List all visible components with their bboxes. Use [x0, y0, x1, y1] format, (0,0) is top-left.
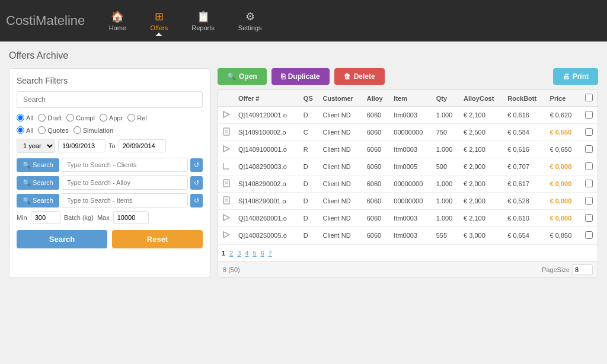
search-clients-input[interactable] [62, 158, 188, 172]
duplicate-button[interactable]: ⎘ Duplicate [271, 68, 330, 85]
nav-item-home[interactable]: 🏠 Home [97, 5, 138, 36]
search-items-input[interactable] [62, 193, 188, 207]
nav-settings-label: Settings [238, 24, 262, 31]
row-checkbox-cell [580, 175, 598, 193]
row-alloy-cost: € 3,000 [460, 227, 504, 244]
row-rock-bott: € 0,610 [504, 210, 546, 227]
row-alloy: 6060 [363, 124, 391, 141]
nav-home-label: Home [109, 24, 126, 31]
radio-compl[interactable]: Compl [66, 114, 95, 122]
nav-reports-label: Reports [191, 24, 215, 31]
nav-item-settings[interactable]: ⚙ Settings [226, 5, 274, 36]
row-checkbox[interactable] [585, 214, 593, 222]
row-qs: D [300, 158, 320, 175]
page-link-7[interactable]: 7 [269, 250, 272, 257]
radio-appr[interactable]: Appr [100, 114, 123, 122]
page-link-4[interactable]: 4 [245, 250, 248, 257]
radio-type-all[interactable]: All [17, 126, 33, 134]
page-link-6[interactable]: 6 [261, 250, 264, 257]
svg-rect-10 [223, 197, 229, 204]
row-checkbox[interactable] [585, 145, 593, 153]
date-to-label: To [108, 142, 116, 149]
open-icon: 🔍 [227, 72, 236, 81]
table-row[interactable]: Q|1408260001.o D Client ND 6060 Itm0003 … [218, 210, 598, 227]
table-row[interactable]: S|1408290001.o D Client ND 6060 00000000… [218, 193, 598, 210]
reports-icon: 📋 [197, 10, 210, 23]
search-alloy-input[interactable] [62, 175, 188, 190]
row-checkbox-cell [580, 227, 598, 244]
home-icon: 🏠 [111, 10, 124, 23]
search-alloy-button[interactable]: 🔍 Search [17, 176, 59, 190]
radio-rel[interactable]: Rel [127, 114, 147, 122]
row-offer: Q|1409120001.o [235, 107, 300, 124]
table-footer: 8 (50) PageSize [218, 261, 598, 277]
row-checkbox[interactable] [585, 180, 593, 187]
table-row[interactable]: Q|1408250005.o D Client ND 6060 Itm0003 … [218, 227, 598, 244]
row-checkbox[interactable] [585, 197, 593, 205]
row-qty: 500 [433, 158, 460, 175]
page-size-input[interactable] [572, 264, 593, 275]
col-icon [218, 90, 235, 107]
search-button[interactable]: Search [17, 230, 107, 248]
date-from-input[interactable] [58, 139, 106, 152]
row-qs: D [300, 210, 320, 227]
row-qs: D [300, 193, 320, 210]
row-qs: D [300, 227, 320, 244]
page-title: Offers Archive [9, 50, 598, 61]
search-main-input[interactable] [17, 91, 203, 108]
pagination: 1234567 [218, 244, 598, 261]
row-checkbox-cell [580, 107, 598, 124]
open-button[interactable]: 🔍 Open [218, 68, 267, 85]
radio-all[interactable]: All [17, 114, 33, 122]
nav-item-reports[interactable]: 📋 Reports [180, 5, 226, 36]
row-checkbox[interactable] [585, 128, 593, 136]
table-row[interactable]: S|1409100002.o C Client ND 6060 00000000… [218, 124, 598, 141]
duplicate-icon: ⎘ [281, 72, 285, 81]
row-price: € 0,000 [547, 193, 580, 210]
main-content: Offers Archive Search Filters All Draft … [0, 41, 607, 364]
nav-item-offers[interactable]: ⊞ Offers [138, 5, 180, 36]
page-link-2[interactable]: 2 [229, 250, 233, 257]
radio-simulation[interactable]: Simulation [74, 126, 113, 134]
select-all-checkbox[interactable] [585, 94, 593, 101]
row-alloy-cost: € 2,500 [460, 124, 504, 141]
svg-marker-5 [223, 146, 229, 152]
table-row[interactable]: Q|1408290003.o D Client ND 6060 Itm0005 … [218, 158, 598, 175]
row-checkbox[interactable] [585, 231, 593, 239]
delete-button[interactable]: 🗑 Delete [334, 68, 385, 85]
table-row[interactable]: S|1408290002.o D Client ND 6060 00000000… [218, 175, 598, 193]
col-customer: Customer [320, 90, 363, 107]
radio-quotes[interactable]: Quotes [38, 126, 68, 134]
reset-alloy-button[interactable]: ↺ [190, 176, 203, 190]
right-panel: 🔍 Open ⎘ Duplicate 🗑 Delete 🖨 Print [218, 68, 598, 278]
search-items-button[interactable]: 🔍 Search [17, 194, 59, 207]
page-link-1[interactable]: 1 [222, 250, 225, 257]
table-row[interactable]: Q|1409100001.o R Client ND 6060 Itm0003 … [218, 141, 598, 158]
app-container: CostiMateline 🏠 Home ⊞ Offers 📋 Reports … [0, 0, 607, 364]
batch-max-input[interactable] [113, 211, 149, 224]
row-icon-cell [218, 227, 235, 244]
date-to-input[interactable] [119, 139, 166, 152]
page-link-5[interactable]: 5 [253, 250, 257, 257]
reset-button[interactable]: Reset [112, 230, 203, 248]
date-period-select[interactable]: 1 year [17, 139, 55, 153]
row-alloy-cost: € 2,100 [460, 141, 504, 158]
print-button[interactable]: 🖨 Print [553, 68, 598, 85]
row-item: Itm0003 [390, 210, 432, 227]
batch-min-input[interactable] [31, 211, 60, 224]
row-checkbox[interactable] [585, 111, 593, 119]
row-offer: S|1409100002.o [235, 124, 300, 141]
row-customer: Client ND [320, 124, 363, 141]
row-icon-cell [218, 141, 235, 158]
radio-draft[interactable]: Draft [38, 114, 62, 122]
row-price: € 0,850 [547, 227, 580, 244]
row-item: 00000000 [390, 124, 432, 141]
reset-clients-button[interactable]: ↺ [190, 158, 203, 172]
table-row[interactable]: Q|1409120001.o D Client ND 6060 Itm0003 … [218, 107, 598, 124]
search-clients-button[interactable]: 🔍 Search [17, 158, 59, 172]
reset-items-button[interactable]: ↺ [190, 194, 203, 207]
row-checkbox[interactable] [585, 162, 593, 170]
page-link-3[interactable]: 3 [237, 250, 241, 257]
row-price: € 0,000 [547, 158, 580, 175]
row-offer: Q|1408290003.o [235, 158, 300, 175]
